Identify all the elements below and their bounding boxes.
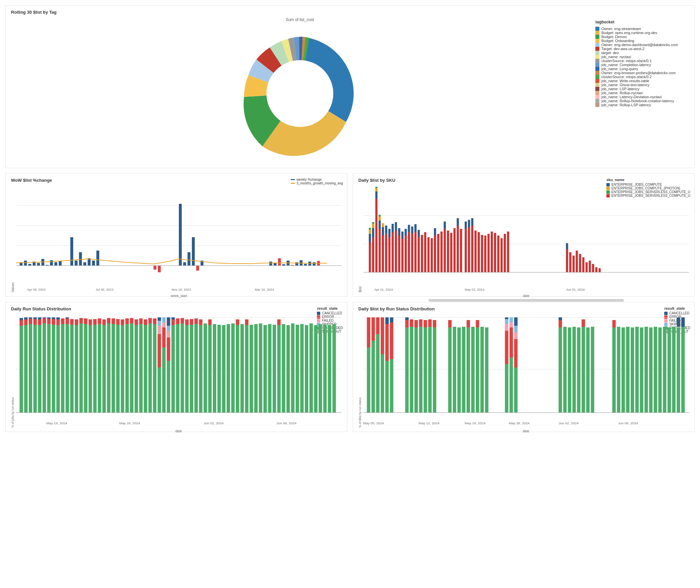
svg-rect-215 — [107, 323, 110, 413]
svg-rect-213 — [102, 325, 106, 413]
svg-rect-43 — [308, 262, 311, 266]
svg-rect-29 — [183, 262, 186, 266]
svg-rect-75 — [382, 223, 384, 227]
run-status-legend-title: result_state — [317, 306, 343, 310]
svg-rect-371 — [649, 327, 653, 413]
legend-items: Owner: eng-streamteamBudget: opex.eng.ru… — [595, 27, 689, 107]
svg-rect-324 — [433, 320, 436, 327]
svg-rect-71 — [378, 216, 380, 220]
svg-rect-317 — [419, 327, 422, 413]
svg-rect-204 — [79, 318, 83, 323]
legend-item-label: job_name: Rollup-nyctaxi — [601, 91, 643, 95]
svg-rect-205 — [84, 324, 87, 413]
svg-rect-361 — [591, 327, 594, 413]
legend-color-swatch — [595, 39, 599, 43]
run-status-chart-area: % of jobs by run status 100% 50% 0% — [11, 314, 342, 428]
svg-rect-98 — [411, 234, 413, 272]
legend-item-label: job_name: LSP-latency — [601, 87, 639, 91]
svg-rect-365 — [621, 327, 625, 413]
legend-color-swatch — [595, 83, 599, 87]
svg-rect-172 — [47, 319, 50, 324]
svg-rect-34 — [269, 262, 272, 266]
svg-rect-88 — [465, 229, 467, 272]
svg-rect-271 — [277, 325, 280, 413]
svg-rect-185 — [157, 321, 161, 326]
svg-rect-191 — [167, 361, 170, 413]
svg-rect-174 — [52, 325, 55, 413]
svg-rect-351 — [559, 327, 562, 413]
svg-rect-219 — [116, 325, 120, 413]
legend-item-label: Target: dev-aws-us-west-2 — [601, 47, 645, 51]
svg-rect-223 — [125, 324, 129, 413]
legend-item-label: job_name: Completion-latency — [601, 63, 651, 67]
svg-rect-17 — [54, 262, 57, 266]
svg-rect-27 — [158, 266, 161, 272]
svg-rect-108 — [434, 236, 436, 272]
legend-item: Owner: eng-demo-dashboard@databricks.com — [595, 43, 689, 47]
svg-rect-167 — [38, 317, 41, 319]
svg-rect-42 — [304, 264, 307, 266]
svg-text:May 19, 2024: May 19, 2024 — [46, 422, 68, 425]
legend-color-swatch — [595, 51, 599, 55]
svg-rect-134 — [573, 256, 575, 272]
svg-rect-311 — [405, 320, 409, 327]
sku-legend-title: sku_name — [606, 178, 690, 182]
svg-rect-90 — [468, 227, 470, 272]
legend-item: job_name: Write-results-table — [595, 79, 689, 83]
svg-rect-307 — [390, 359, 393, 413]
legend-color-swatch — [595, 63, 599, 67]
svg-rect-10 — [24, 261, 27, 266]
svg-rect-20 — [75, 261, 78, 266]
svg-rect-310 — [405, 327, 409, 413]
svg-rect-379 — [677, 317, 680, 327]
svg-rect-318 — [419, 319, 422, 327]
svg-rect-368 — [635, 327, 638, 413]
svg-rect-336 — [485, 327, 488, 413]
svg-rect-36 — [278, 258, 281, 266]
wow-legend-item: 3_months_growth_moving_avg — [291, 181, 343, 185]
svg-rect-199 — [70, 325, 74, 413]
svg-rect-321 — [428, 327, 432, 413]
svg-rect-270 — [273, 325, 276, 413]
svg-rect-157 — [24, 319, 27, 325]
run-status-panel: Daily Run Status Distribution result_sta… — [5, 302, 347, 432]
svg-rect-298 — [371, 341, 375, 413]
svg-rect-188 — [162, 327, 165, 347]
svg-text:Jun 01, 2024: Jun 01, 2024 — [566, 288, 585, 291]
svg-rect-93 — [471, 218, 473, 226]
svg-rect-333 — [476, 327, 479, 413]
svg-rect-89 — [465, 222, 467, 229]
legend-item-label: target: dev — [601, 51, 619, 55]
svg-rect-258 — [227, 324, 230, 413]
svg-rect-81 — [391, 224, 393, 232]
legend-item: job_name: Rollup-Notebook-creation-laten… — [595, 99, 689, 103]
svg-rect-177 — [56, 325, 60, 413]
svg-rect-194 — [167, 326, 170, 331]
legend-item-label: job_name: Latency-Deviation-nyctaxi — [601, 95, 662, 99]
svg-rect-378 — [681, 327, 685, 413]
svg-rect-139 — [589, 261, 591, 272]
list-run-chart-area: % of $list by run status 100% 50% 0% — [358, 314, 689, 428]
legend-color-swatch — [595, 27, 599, 31]
legend-color-swatch — [595, 35, 599, 39]
svg-rect-253 — [208, 325, 212, 413]
svg-rect-79 — [388, 229, 390, 237]
svg-rect-279 — [310, 323, 313, 413]
svg-rect-162 — [33, 325, 37, 413]
wow-svg-container: 0 500 1000 -500 — [16, 185, 342, 292]
svg-rect-337 — [505, 364, 508, 413]
svg-rect-316 — [415, 320, 418, 327]
svg-rect-354 — [563, 327, 567, 413]
svg-rect-95 — [404, 229, 406, 236]
svg-rect-372 — [654, 327, 657, 413]
svg-rect-217 — [112, 324, 115, 413]
svg-text:May 01, 2024: May 01, 2024 — [465, 288, 484, 291]
svg-rect-264 — [245, 319, 248, 325]
svg-rect-273 — [282, 324, 285, 413]
svg-rect-323 — [433, 327, 436, 413]
svg-rect-340 — [505, 319, 508, 324]
svg-rect-327 — [453, 327, 456, 413]
svg-rect-84 — [398, 236, 400, 272]
svg-rect-155 — [19, 318, 23, 320]
sku-scrollbar[interactable] — [429, 299, 624, 302]
